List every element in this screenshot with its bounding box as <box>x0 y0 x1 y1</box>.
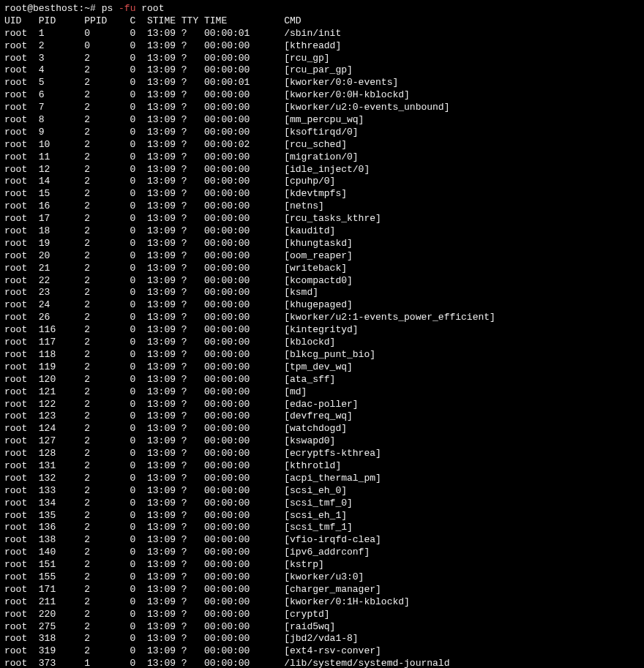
cell-c: 0 <box>130 609 147 621</box>
cell-cmd: [ksoftirqd/0] <box>284 127 598 139</box>
cell-tty: ? <box>181 151 204 164</box>
cell-stime: 13:09 <box>147 40 181 53</box>
cell-pid: 6 <box>39 89 84 102</box>
cell-c: 0 <box>130 534 147 547</box>
cell-c: 0 <box>130 176 147 188</box>
cell-uid: root <box>4 200 39 213</box>
cell-uid: root <box>4 658 39 668</box>
cell-time: 00:00:00 <box>204 275 284 288</box>
cell-c: 0 <box>130 114 147 127</box>
cell-pid: 319 <box>39 645 84 658</box>
table-row: root202013:09?00:00:00[oom_reaper] <box>4 250 598 263</box>
cell-c: 0 <box>130 238 147 250</box>
cell-stime: 13:09 <box>147 559 181 571</box>
shell-prompt[interactable]: root@besthost:~# ps -fu root <box>4 3 640 15</box>
cell-ppid: 2 <box>84 596 130 609</box>
cell-ppid: 2 <box>84 53 130 65</box>
cell-tty: ? <box>181 510 204 522</box>
cell-time: 00:00:00 <box>204 386 284 399</box>
cell-ppid: 2 <box>84 633 130 645</box>
cell-tty: ? <box>181 374 204 386</box>
cell-pid: 138 <box>39 534 84 547</box>
cell-stime: 13:09 <box>147 337 181 349</box>
cell-pid: 15 <box>39 188 84 200</box>
cell-tty: ? <box>181 127 204 139</box>
cell-pid: 151 <box>39 559 84 571</box>
cell-ppid: 2 <box>84 337 130 349</box>
cell-tty: ? <box>181 89 204 102</box>
table-row: root20013:09?00:00:00[kthreadd] <box>4 40 598 53</box>
table-row: root1402013:09?00:00:00[ipv6_addrconf] <box>4 547 598 559</box>
cell-tty: ? <box>181 139 204 151</box>
cell-ppid: 2 <box>84 410 130 423</box>
cell-time: 00:00:00 <box>204 263 284 275</box>
cell-uid: root <box>4 139 39 151</box>
table-row: root182013:09?00:00:00[kauditd] <box>4 225 598 238</box>
table-row: root122013:09?00:00:00[idle_inject/0] <box>4 164 598 176</box>
cell-time: 00:00:01 <box>204 28 284 40</box>
cell-c: 0 <box>130 102 147 114</box>
cell-cmd: [ext4-rsv-conver] <box>284 645 598 658</box>
cell-pid: 1 <box>39 28 84 40</box>
cell-uid: root <box>4 645 39 658</box>
cell-uid: root <box>4 53 39 65</box>
cell-cmd: [migration/0] <box>284 151 598 164</box>
cell-c: 0 <box>130 164 147 176</box>
cell-pid: 136 <box>39 522 84 534</box>
cell-pid: 16 <box>39 200 84 213</box>
cell-pid: 22 <box>39 275 84 288</box>
cell-pid: 5 <box>39 77 84 89</box>
cell-c: 0 <box>130 349 147 361</box>
cell-c: 0 <box>130 312 147 324</box>
cell-time: 00:00:00 <box>204 176 284 188</box>
cell-uid: root <box>4 460 39 473</box>
cell-ppid: 2 <box>84 547 130 559</box>
cell-stime: 13:09 <box>147 238 181 250</box>
cell-stime: 13:09 <box>147 534 181 547</box>
cell-c: 0 <box>130 448 147 460</box>
table-row: root172013:09?00:00:00[rcu_tasks_kthre] <box>4 213 598 225</box>
cell-cmd: [cpuhp/0] <box>284 176 598 188</box>
cell-tty: ? <box>181 102 204 114</box>
cell-time: 00:00:00 <box>204 361 284 374</box>
cell-uid: root <box>4 77 39 89</box>
cell-time: 00:00:00 <box>204 645 284 658</box>
cell-tty: ? <box>181 584 204 596</box>
cell-stime: 13:09 <box>147 263 181 275</box>
cell-cmd: [devfreq_wq] <box>284 410 598 423</box>
cell-uid: root <box>4 584 39 596</box>
cell-time: 00:00:00 <box>204 102 284 114</box>
cell-cmd: [tpm_dev_wq] <box>284 361 598 374</box>
table-row: root2112013:09?00:00:00[kworker/0:1H-kbl… <box>4 596 598 609</box>
cell-stime: 13:09 <box>147 410 181 423</box>
cell-tty: ? <box>181 435 204 448</box>
cell-c: 0 <box>130 658 147 668</box>
cell-pid: 171 <box>39 584 84 596</box>
cell-stime: 13:09 <box>147 139 181 151</box>
cell-time: 00:00:00 <box>204 89 284 102</box>
cell-cmd: [netns] <box>284 200 598 213</box>
cell-stime: 13:09 <box>147 399 181 411</box>
cell-ppid: 2 <box>84 460 130 473</box>
cell-uid: root <box>4 89 39 102</box>
cell-tty: ? <box>181 250 204 263</box>
cell-cmd: [kworker/u2:0-events_unbound] <box>284 102 598 114</box>
table-row: root1352013:09?00:00:00[scsi_eh_1] <box>4 510 598 522</box>
cell-stime: 13:09 <box>147 102 181 114</box>
cell-time: 00:00:00 <box>204 238 284 250</box>
header-pid: PID <box>39 15 84 28</box>
cell-time: 00:00:00 <box>204 250 284 263</box>
cell-ppid: 2 <box>84 374 130 386</box>
table-row: root1382013:09?00:00:00[vfio-irqfd-clea] <box>4 534 598 547</box>
cell-tty: ? <box>181 460 204 473</box>
cell-cmd: [rcu_gp] <box>284 53 598 65</box>
cell-ppid: 2 <box>84 645 130 658</box>
cell-stime: 13:09 <box>147 621 181 634</box>
cell-cmd: [edac-poller] <box>284 399 598 411</box>
cell-tty: ? <box>181 645 204 658</box>
cell-ppid: 2 <box>84 435 130 448</box>
cell-c: 0 <box>130 485 147 498</box>
cell-c: 0 <box>130 337 147 349</box>
cell-c: 0 <box>130 399 147 411</box>
cell-tty: ? <box>181 361 204 374</box>
